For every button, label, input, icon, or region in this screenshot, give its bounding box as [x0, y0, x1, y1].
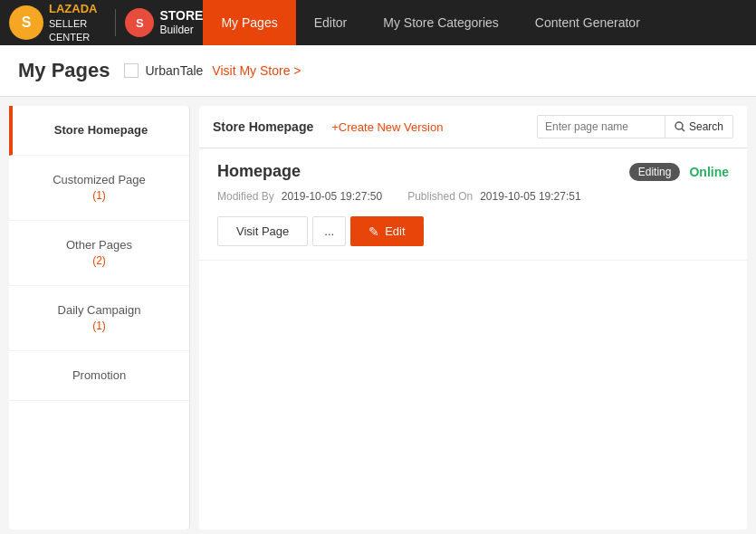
content-area: Homepage Editing Online Modified By 2019…	[199, 148, 747, 529]
sidebar-item-label: Other Pages	[18, 237, 180, 253]
search-input-wrap: Search	[537, 115, 733, 138]
sidebar-item-label: Daily Campaign	[18, 302, 180, 319]
page-card-title: Homepage	[217, 162, 629, 181]
search-icon	[675, 121, 685, 132]
page-card: Homepage Editing Online Modified By 2019…	[199, 148, 747, 261]
section-title: Store Homepage	[213, 119, 313, 134]
sidebar-item-store-homepage[interactable]: Store Homepage	[9, 106, 189, 156]
sidebar-item-count: (1)	[18, 319, 180, 334]
lazada-logo-letter: S	[22, 14, 32, 31]
search-btn-label: Search	[689, 120, 723, 133]
search-input[interactable]	[538, 116, 665, 138]
store-checkbox[interactable]	[124, 63, 139, 78]
create-version-button[interactable]: +Create New Version	[331, 120, 443, 134]
right-panel-header: Store Homepage +Create New Version Searc…	[199, 106, 747, 148]
store-name: UrbanTale	[146, 63, 204, 78]
page-actions: Visit Page ... ✎ Edit	[217, 216, 729, 246]
sidebar-item-customized-page[interactable]: Customized Page (1)	[9, 156, 189, 221]
edit-button[interactable]: ✎ Edit	[350, 216, 423, 246]
edit-icon: ✎	[368, 224, 379, 239]
sidebar-item-label: Promotion	[18, 367, 180, 384]
editing-badge: Editing	[629, 163, 681, 181]
modified-value: 2019-10-05 19:27:50	[282, 190, 382, 203]
sidebar-item-label: Customized Page	[18, 172, 180, 188]
right-panel: Store Homepage +Create New Version Searc…	[199, 106, 747, 529]
store-builder-logo: S STORE Builder	[125, 7, 203, 38]
search-button[interactable]: Search	[665, 116, 732, 138]
online-badge: Online	[689, 165, 729, 179]
store-icon-letter: S	[136, 16, 144, 30]
nav-items: My Pages Editor My Store Categories Cont…	[203, 0, 747, 45]
more-options-button[interactable]: ...	[312, 216, 346, 246]
main-content: Store Homepage Customized Page (1) Other…	[0, 97, 756, 534]
top-navigation: S LAZADA SELLER CENTER S STORE Builder M…	[0, 0, 756, 45]
logo-divider	[115, 9, 116, 36]
svg-point-0	[675, 122, 683, 129]
edit-btn-label: Edit	[385, 224, 405, 238]
visit-store-link[interactable]: Visit My Store >	[212, 63, 301, 78]
nav-item-my-pages[interactable]: My Pages	[203, 0, 295, 45]
page-title: My Pages	[18, 59, 110, 82]
sidebar-item-count: (1)	[18, 188, 180, 204]
sidebar-item-label: Store Homepage	[22, 122, 180, 138]
sidebar-item-count: (2)	[18, 253, 180, 269]
published-value: 2019-10-05 19:27:51	[480, 190, 580, 203]
store-builder-text: STORE Builder	[159, 7, 203, 38]
sidebar-item-promotion[interactable]: Promotion	[9, 351, 189, 401]
visit-page-button[interactable]: Visit Page	[217, 216, 308, 246]
nav-item-content-generator[interactable]: Content Generator	[517, 0, 658, 45]
logo-area: S LAZADA SELLER CENTER	[9, 1, 97, 45]
page-meta: Modified By 2019-10-05 19:27:50 Publishe…	[217, 190, 729, 203]
nav-item-my-store-categories[interactable]: My Store Categories	[365, 0, 517, 45]
lazada-text: LAZADA SELLER CENTER	[49, 1, 97, 45]
modified-label: Modified By	[217, 190, 274, 203]
sidebar-item-other-pages[interactable]: Other Pages (2)	[9, 221, 189, 286]
published-label: Published On	[407, 190, 473, 203]
svg-line-1	[682, 129, 684, 131]
store-builder-icon: S	[125, 8, 154, 37]
nav-item-editor[interactable]: Editor	[296, 0, 366, 45]
sidebar: Store Homepage Customized Page (1) Other…	[9, 106, 190, 529]
sidebar-item-daily-campaign[interactable]: Daily Campaign (1)	[9, 286, 189, 351]
page-header: My Pages UrbanTale Visit My Store >	[0, 45, 756, 97]
page-card-header: Homepage Editing Online	[217, 162, 729, 181]
lazada-logo: S	[9, 5, 43, 40]
